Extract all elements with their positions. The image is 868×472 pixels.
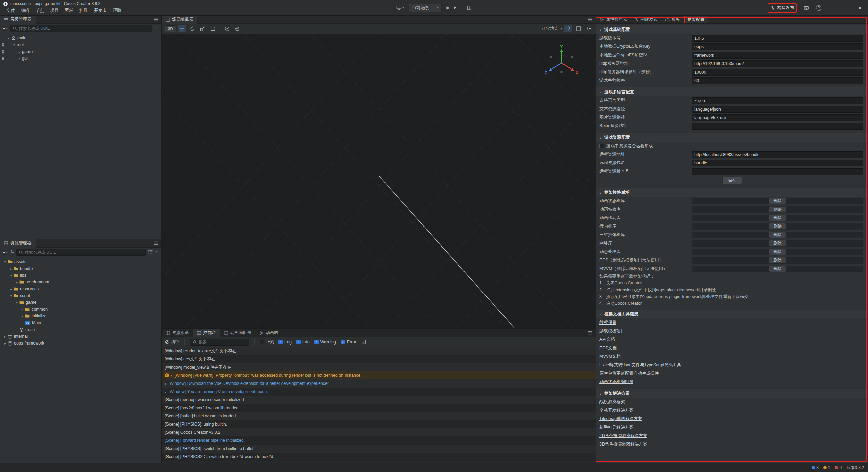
expand-caret-icon[interactable]: ▸	[165, 390, 166, 394]
scene-panel-tab[interactable]: 场景编辑器	[162, 16, 197, 24]
tab-inspector[interactable]: 属性检查器	[596, 16, 631, 23]
tree-row[interactable]: ▸common	[0, 306, 161, 313]
caret-right-icon[interactable]: ▸	[20, 314, 25, 318]
caret-right-icon[interactable]: ▸	[20, 308, 25, 311]
tab-preview[interactable]: 资源预览	[162, 329, 193, 337]
section-header[interactable]: ∨游戏多语言配置	[596, 87, 868, 96]
caret-right-icon[interactable]: ▸	[3, 335, 8, 338]
tree-row[interactable]: main	[0, 326, 161, 333]
menubar-item-7[interactable]: 帮助	[110, 7, 124, 14]
assets-search-input[interactable]	[25, 250, 143, 255]
console-log-row[interactable]: [Scene] meshopt wasm decoder initialized	[162, 396, 596, 404]
doc-link[interactable]: 新手引导解决方案	[599, 425, 633, 430]
section-header[interactable]: ∨框架解决方案	[596, 389, 868, 398]
console-search-input[interactable]	[199, 340, 246, 345]
doc-link[interactable]: 原生包热更新配置自动生成插件	[599, 371, 659, 376]
property-input[interactable]	[692, 52, 863, 59]
delete-module-button[interactable]: 删除	[769, 249, 786, 255]
property-input[interactable]	[692, 60, 863, 67]
tree-row[interactable]: TSMain	[0, 319, 161, 326]
regex-checkbox[interactable]: 正则	[260, 339, 274, 345]
menubar-item-4[interactable]: 面板	[62, 7, 76, 14]
section-header[interactable]: ∨框架模块裁剪	[596, 188, 868, 197]
assets-list-mode-button[interactable]	[148, 250, 153, 255]
console-log-row[interactable]: [Scene] [box2d]:box2d wasm lib loaded.	[162, 404, 596, 412]
tab-console[interactable]: 控制台	[193, 329, 220, 337]
doc-link[interactable]: 2D角色扮演游戏解决方案	[599, 433, 647, 439]
menubar-item-1[interactable]: 编辑	[18, 7, 33, 14]
mode-3d-button[interactable]: 3D	[165, 25, 176, 32]
assets-sort-button[interactable]	[10, 250, 14, 255]
section-header[interactable]: ∨框架文档工具链接	[596, 310, 868, 318]
log-count[interactable]: 3	[812, 465, 819, 470]
doc-link[interactable]: 游戏模板项目	[599, 328, 625, 334]
scene-grid-toggle[interactable]	[574, 25, 583, 32]
error-count[interactable]: 0	[835, 465, 842, 470]
caret-right-icon[interactable]: ▸	[14, 280, 19, 284]
doc-link[interactable]: ECS文档	[599, 345, 617, 351]
console-log-row[interactable]: [Scene] Forward render pipeline initiali…	[162, 436, 596, 445]
menubar-item-2[interactable]: 节点	[33, 7, 47, 14]
delete-module-button[interactable]: 删除	[769, 257, 786, 263]
doc-link[interactable]: 教程项目	[599, 320, 616, 326]
minimize-button[interactable]: ─	[831, 5, 837, 11]
delete-module-button[interactable]: 删除	[769, 223, 786, 230]
doc-link[interactable]: 战棋游戏框架	[599, 399, 625, 405]
assets-panel-tab[interactable]: 资源管理器	[0, 239, 36, 248]
menubar-item-5[interactable]: 扩展	[76, 7, 91, 14]
console-log-row[interactable]: [Scene] [PHYSICS]: switch from builtin t…	[162, 445, 596, 453]
menubar-item-6[interactable]: 开发者	[91, 7, 110, 14]
property-input[interactable]	[692, 69, 863, 76]
caret-right-icon[interactable]: ▸	[8, 267, 14, 271]
tree-row[interactable]: ▸resources	[0, 286, 161, 292]
doc-link[interactable]: 动画状态机编辑器	[599, 379, 633, 385]
property-input[interactable]	[692, 106, 863, 113]
property-input[interactable]	[692, 123, 863, 130]
property-input[interactable]	[692, 168, 863, 175]
hierarchy-panel-tab[interactable]: 层级管理器	[0, 16, 36, 24]
scene-viewport[interactable]: Y X Z	[162, 34, 596, 328]
tab-anim-graph[interactable]: 动画图	[255, 329, 282, 337]
caret-down-icon[interactable]: ▾	[8, 294, 14, 298]
hierarchy-filter-button[interactable]	[154, 26, 159, 31]
build-publish-button[interactable]: 构建发布	[768, 4, 796, 12]
filter-error[interactable]: ✓Error	[341, 340, 356, 345]
doc-link[interactable]: 3D角色扮演游戏解决方案	[599, 441, 647, 447]
tree-row[interactable]: ▾script	[0, 292, 161, 299]
help-button[interactable]: ?	[816, 5, 821, 11]
hierarchy-menu-button[interactable]	[150, 18, 161, 21]
warning-count[interactable]: 1	[823, 465, 830, 470]
tab-build[interactable]: 构建发布	[631, 16, 662, 23]
console-log-row[interactable]: ▸[Window] Download the Vue Devtools exte…	[162, 379, 596, 388]
tree-row[interactable]: ▸bundle	[0, 265, 161, 272]
tab-anim-editor[interactable]: 动画编辑器	[220, 329, 256, 337]
scale-tool-button[interactable]	[198, 25, 206, 32]
console-log-row[interactable]: [Scene] Cocos Creator v3.8.2	[162, 428, 596, 436]
menubar-item-3[interactable]: 项目	[47, 7, 62, 14]
tree-row[interactable]: ▸seedrandom	[0, 279, 161, 286]
filter-info[interactable]: ✓Info	[296, 340, 310, 345]
checkbox-row[interactable]: 游戏中资源是否远程加载	[596, 142, 868, 150]
console-log-row[interactable]: [Scene] [PHYSICS2D]: switch from box2d-w…	[162, 453, 596, 461]
clear-console-button[interactable]: 清空	[165, 339, 179, 345]
tree-row[interactable]: ▸game	[0, 48, 161, 55]
menubar-item-0[interactable]: 文件	[3, 7, 18, 14]
console-log-row[interactable]: !▸[Window] [Vue warn]: Property "onInput…	[162, 371, 596, 379]
assets-refresh-button[interactable]: ↻	[155, 250, 159, 255]
section-header[interactable]: ∨游戏基础配置	[596, 25, 868, 34]
create-node-button[interactable]: +▾	[3, 26, 8, 31]
step-button[interactable]	[454, 6, 458, 9]
tree-row[interactable]: ▸initialize	[0, 313, 161, 319]
delete-module-button[interactable]: 删除	[769, 206, 786, 213]
move-tool-button[interactable]	[178, 25, 186, 32]
caret-down-icon[interactable]: ▾	[3, 260, 8, 264]
create-asset-button[interactable]: +▾	[3, 250, 8, 255]
property-input[interactable]	[692, 77, 863, 84]
caret-right-icon[interactable]: ▸	[8, 287, 14, 291]
tree-row[interactable]: ▾assets	[0, 258, 161, 265]
scene-settings-button[interactable]	[585, 25, 593, 32]
console-log-row[interactable]: [Scene] [bullet]:bullet wasm lib loaded.	[162, 412, 596, 420]
assets-menu-button[interactable]	[150, 241, 161, 245]
gizmo-space-button[interactable]	[233, 25, 241, 32]
rotate-tool-button[interactable]	[188, 25, 196, 32]
